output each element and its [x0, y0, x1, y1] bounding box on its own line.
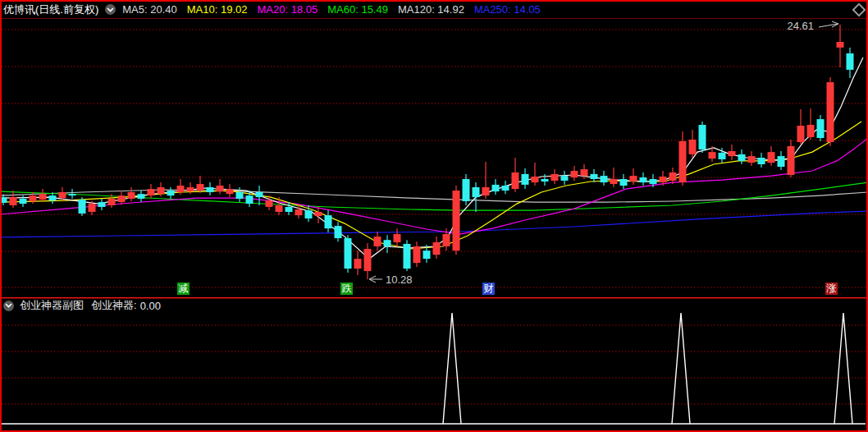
signal-spike — [834, 313, 852, 424]
indicator-value: 0.00 — [140, 300, 161, 312]
main-chart-header: 优博讯(日线.前复权) MA5: 20.40MA10: 19.02MA20: 1… — [3, 2, 550, 16]
ma-line-MA5 — [0, 57, 863, 259]
event-marker-badge[interactable]: 涨 — [825, 283, 838, 295]
ma-line-MA250 — [0, 211, 868, 237]
ma-legend-item: MA60: 15.49 — [327, 3, 388, 16]
candles-layer — [0, 25, 854, 279]
header-separator — [0, 18, 868, 19]
event-marker-badge[interactable]: 财 — [482, 283, 495, 295]
indicator-name: 创业神器: — [91, 298, 137, 313]
ma-legend-item: MA20: 18.05 — [258, 3, 318, 16]
high-price-label: 24.61 — [787, 20, 814, 32]
ma-legend-item: MA10: 19.02 — [187, 3, 248, 16]
event-marker-badge[interactable]: 减 — [177, 283, 190, 295]
ma-legend: MA5: 20.40MA10: 19.02MA20: 18.05MA60: 15… — [122, 3, 550, 16]
ma-legend-item: MA120: 14.92 — [398, 3, 464, 16]
main-chart-svg[interactable]: 24.6110.28 — [0, 0, 868, 432]
ma-legend-item: MA5: 20.40 — [122, 3, 177, 16]
symbol-title: 优博讯(日线.前复权) — [3, 2, 98, 17]
chevron-down-circle-icon[interactable] — [3, 301, 14, 311]
ma-line-MA20 — [0, 138, 868, 234]
chevron-down-circle-icon[interactable] — [105, 4, 116, 15]
low-price-label: 10.28 — [386, 273, 413, 286]
ma-legend-item: MA250: 14.05 — [474, 3, 541, 16]
signal-spike — [672, 313, 690, 424]
sub-indicator-layer — [2, 313, 866, 424]
signal-spike — [443, 313, 461, 424]
sub-panel-title: 创业神器副图 — [20, 298, 84, 313]
event-marker-badge[interactable]: 跌 — [340, 283, 353, 295]
sub-panel-header: 创业神器副图 创业神器: 0.00 — [3, 299, 161, 312]
